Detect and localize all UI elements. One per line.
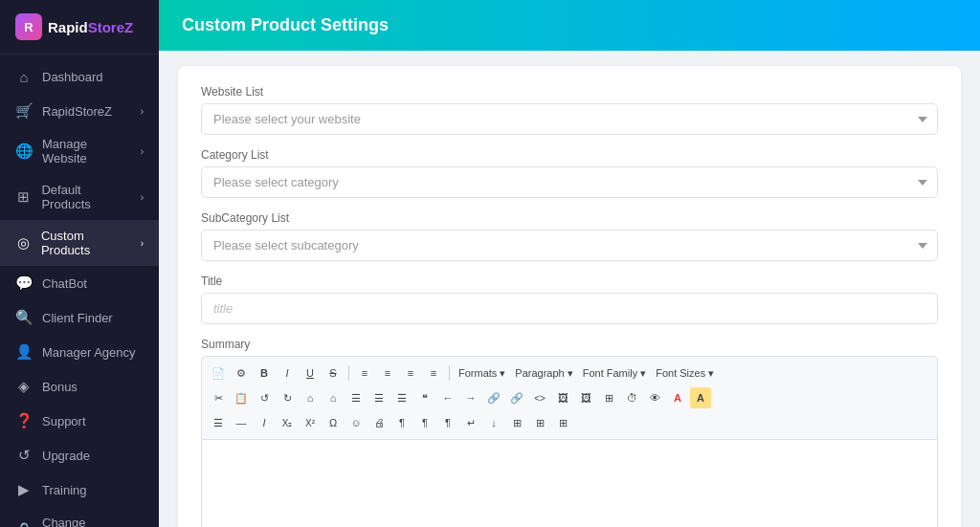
toolbar-hr[interactable]: — [231, 412, 252, 433]
toolbar-emoji[interactable]: ☺ [345, 412, 367, 433]
toolbar-settings[interactable]: ⚙ [231, 362, 252, 384]
sidebar-item-rapidstoreZ[interactable]: 🛒 RapidStoreZ › [0, 94, 159, 128]
toolbar-row-3: ☰ — I X₂ X² Ω ☺ 🖨 ¶ ¶ ¶ ↵ ↓ ⊞ ⊞ [208, 410, 931, 435]
toolbar-list-ordered[interactable]: ☰ [368, 387, 390, 408]
toolbar-outdent[interactable]: ← [437, 387, 458, 408]
settings-card: Website List Please select your website … [178, 66, 961, 527]
chevron-icon: › [141, 238, 144, 249]
sidebar-item-default-products[interactable]: ⊞ Default Products › [0, 174, 159, 220]
toolbar-fontsizes-dropdown[interactable]: Font Sizes ▾ [652, 365, 718, 382]
toolbar-font-color[interactable]: A [667, 387, 688, 408]
sidebar-item-upgrade[interactable]: ↺ Upgrade [0, 438, 159, 472]
toolbar-superscript[interactable]: X² [300, 412, 321, 433]
toolbar-copy[interactable]: 📋 [231, 387, 252, 408]
toolbar-enter[interactable]: ↵ [460, 412, 481, 433]
toolbar-table3[interactable]: ⊞ [529, 412, 550, 433]
sidebar-item-label: Support [42, 414, 86, 428]
chat-icon: 💬 [15, 274, 33, 292]
logo[interactable]: R RapidStoreZ [0, 0, 159, 55]
dashboard-icon: ⌂ [15, 69, 33, 85]
toolbar-bg-color[interactable]: A [690, 387, 711, 408]
toolbar-rtl[interactable]: ¶ [437, 412, 458, 433]
sidebar-item-label: RapidStoreZ [42, 104, 112, 119]
toolbar-italic2[interactable]: I [254, 412, 275, 433]
toolbar-paragraph-dropdown[interactable]: Paragraph ▾ [511, 365, 576, 382]
sidebar-item-change-password[interactable]: 🔒 Change Password [0, 507, 159, 527]
toolbar-menu[interactable]: ☰ [208, 412, 229, 433]
toolbar-find[interactable]: ⌂ [323, 387, 344, 408]
sidebar-nav: ⌂ Dashboard 🛒 RapidStoreZ › 🌐 Manage Web… [0, 55, 159, 527]
sidebar-item-label: Upgrade [42, 449, 90, 463]
sidebar-item-support[interactable]: ❓ Support [0, 404, 159, 438]
sidebar-item-training[interactable]: ▶ Training [0, 472, 159, 507]
toolbar-paragraph-mark[interactable]: ¶ [391, 412, 412, 433]
toolbar-bold[interactable]: B [254, 362, 275, 384]
toolbar-undo[interactable]: ↺ [254, 387, 275, 408]
toolbar-new-doc[interactable]: 📄 [208, 362, 229, 384]
toolbar-code[interactable]: <> [529, 387, 550, 408]
toolbar-subscript[interactable]: X₂ [277, 412, 298, 433]
toolbar-indent-in[interactable]: → [460, 387, 481, 408]
toolbar-home[interactable]: ⌂ [300, 387, 321, 408]
toolbar-image[interactable]: 🖼 [552, 387, 573, 408]
subcategory-list-group: SubCategory List Please select subcatego… [201, 211, 938, 261]
sidebar-item-manage-website[interactable]: 🌐 Manage Website › [0, 128, 159, 174]
toolbar-cut[interactable]: ✂ [208, 387, 229, 408]
toolbar-table2[interactable]: ⊞ [506, 412, 527, 433]
toolbar-time[interactable]: ⏱ [621, 387, 642, 408]
toolbar-redo[interactable]: ↻ [277, 387, 298, 408]
toolbar-formats-dropdown[interactable]: Formats ▾ [455, 365, 509, 382]
user-icon: 👤 [15, 343, 33, 361]
sidebar-item-chatbot[interactable]: 💬 ChatBot [0, 266, 159, 300]
toolbar-media[interactable]: 🖼 [575, 387, 596, 408]
toolbar-strikethrough[interactable]: S [323, 362, 344, 384]
fontfamily-label: Font Family [583, 367, 637, 379]
toolbar-fontfamily-dropdown[interactable]: Font Family ▾ [579, 365, 650, 382]
toolbar-unlink[interactable]: 🔗 [506, 387, 527, 408]
sidebar-item-label: ChatBot [42, 276, 87, 291]
category-list-label: Category List [201, 148, 938, 162]
toolbar-blockquote[interactable]: ❝ [414, 387, 435, 408]
toolbar-align-left[interactable]: ≡ [354, 362, 375, 384]
toolbar-print[interactable]: 🖨 [368, 412, 390, 433]
custom-products-icon: ◎ [15, 234, 32, 252]
toolbar-italic[interactable]: I [277, 362, 298, 384]
website-list-select[interactable]: Please select your website [201, 103, 938, 135]
toolbar-link[interactable]: 🔗 [483, 387, 504, 408]
toolbar-table[interactable]: ⊞ [598, 387, 619, 408]
toolbar-special-char[interactable]: Ω [323, 412, 344, 433]
sidebar-item-label: Default Products [41, 183, 130, 211]
toolbar-sep-1 [348, 365, 349, 381]
sidebar: R RapidStoreZ ⌂ Dashboard 🛒 RapidStoreZ … [0, 0, 159, 527]
toolbar-table4[interactable]: ⊞ [552, 412, 573, 433]
sidebar-item-client-finder[interactable]: 🔍 Client Finder [0, 300, 159, 335]
summary-group: Summary 📄 ⚙ B I U S ≡ ≡ ≡ ≡ [201, 338, 938, 527]
sidebar-item-label: Manage Website [42, 137, 131, 165]
toolbar-align-center[interactable]: ≡ [377, 362, 398, 384]
editor-toolbar: 📄 ⚙ B I U S ≡ ≡ ≡ ≡ Formats [201, 356, 938, 440]
globe-icon: 🌐 [15, 143, 33, 160]
toolbar-list-unordered[interactable]: ☰ [345, 387, 367, 408]
toolbar-preview[interactable]: 👁 [644, 387, 665, 408]
sidebar-item-dashboard[interactable]: ⌂ Dashboard [0, 60, 159, 94]
sidebar-item-bonus[interactable]: ◈ Bonus [0, 369, 159, 404]
fontsizes-chevron: ▾ [708, 367, 714, 380]
lock-icon: 🔒 [15, 521, 33, 527]
toolbar-align-justify[interactable]: ≡ [423, 362, 444, 384]
toolbar-underline[interactable]: U [300, 362, 321, 384]
sidebar-item-custom-products[interactable]: ◎ Custom Products › [0, 220, 159, 266]
toolbar-down[interactable]: ↓ [483, 412, 504, 433]
toolbar-indent[interactable]: ☰ [391, 387, 412, 408]
category-list-select[interactable]: Please select category [201, 166, 938, 198]
sidebar-item-manager-agency[interactable]: 👤 Manager Agency [0, 335, 159, 369]
chevron-icon: › [141, 106, 144, 117]
toolbar-ltr[interactable]: ¶ [414, 412, 435, 433]
subcategory-list-select[interactable]: Please select subcategory [201, 230, 938, 261]
grid-icon: ⊞ [15, 188, 32, 206]
support-icon: ❓ [15, 412, 33, 429]
title-input[interactable] [201, 293, 938, 324]
website-list-group: Website List Please select your website [201, 85, 938, 135]
paragraph-chevron: ▾ [568, 367, 573, 380]
editor-body[interactable] [201, 440, 938, 527]
toolbar-align-right[interactable]: ≡ [400, 362, 421, 384]
